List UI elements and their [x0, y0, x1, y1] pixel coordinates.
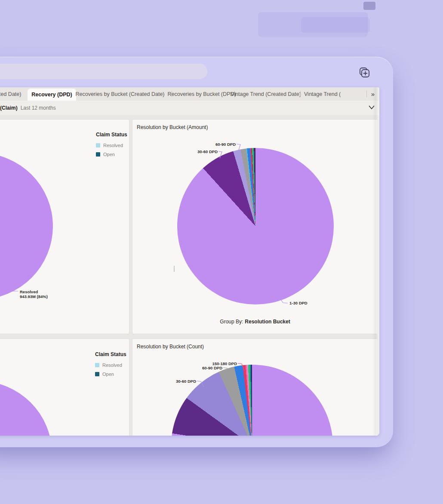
legend-label: Open: [102, 372, 114, 377]
new-tab-button[interactable]: [357, 66, 371, 80]
tab-vintage-trend-partial[interactable]: Vintage Trend (: [303, 87, 367, 101]
pie-resolution-bucket-count[interactable]: [171, 365, 333, 436]
legend-item-resolved[interactable]: Resolved: [95, 363, 126, 368]
tab-label: ted Date): [0, 91, 21, 97]
legend-item-resolved[interactable]: Resolved: [96, 143, 127, 148]
tab-recoveries-by-bucket-dpd[interactable]: Recoveries by Bucket (DPD): [174, 87, 229, 101]
tab-separator: [300, 91, 301, 97]
group-by-value: Resolution Bucket: [245, 319, 290, 325]
group-by-control[interactable]: Group By:Resolution Bucket: [132, 319, 378, 325]
legend-title: Claim Status: [96, 132, 127, 138]
panel-resolution-by-bucket-count: Resolution by Bucket (Count) 150-180 DPD…: [132, 338, 378, 436]
desktop-background: ted Date) Recovery (DPD) Recoveries by B…: [0, 0, 443, 504]
background-ghost-chip: [363, 2, 375, 10]
legend-item-open[interactable]: Open: [95, 372, 126, 377]
charts-area: Resolved 943.93M (84%) Claim Status Reso…: [0, 115, 379, 436]
callout-resolved: Resolved 943.93M (84%): [20, 289, 48, 299]
tab-separator: [366, 91, 367, 97]
tab-vintage-trend-created-date[interactable]: Vintage Trend (Created Date): [237, 87, 295, 101]
pie-claim-status-count[interactable]: [0, 381, 52, 436]
tab-label: Recovery (DPD): [31, 92, 72, 98]
tab-label: Vintage Trend (Created Date): [231, 91, 301, 97]
callout-60-90-dpd: 60-90 DPD: [184, 366, 222, 370]
callout-30-60-dpd: 30-60 DPD: [179, 149, 218, 154]
tab-recovery-dpd[interactable]: Recovery (DPD): [28, 89, 76, 101]
filter-collapse-button[interactable]: [368, 105, 375, 110]
legend-label: Resolved: [103, 143, 123, 148]
background-ghost-shape: [301, 17, 370, 33]
cursor-artifact: [174, 266, 175, 272]
filter-bar: (Claim) Last 12 months: [0, 101, 379, 115]
chart-title: Resolution by Bucket (Count): [137, 344, 204, 350]
pie-resolution-bucket-amount[interactable]: [177, 148, 334, 304]
tab-label: Recoveries by Bucket (Created Date): [75, 91, 164, 97]
legend-title: Claim Status: [95, 351, 126, 357]
callout-30-60-dpd: 30-60 DPD: [157, 379, 196, 384]
filter-range-label: Last 12 months: [21, 105, 56, 111]
sheet-tab-strip: ted Date) Recovery (DPD) Recoveries by B…: [0, 87, 379, 101]
chevron-double-right-icon: »: [371, 90, 375, 98]
panel-claim-status-amount: Resolved 943.93M (84%) Claim Status Reso…: [0, 119, 129, 334]
panel-claim-status-count: Claim Status Resolved Open: [0, 338, 129, 436]
legend-claim-status: Claim Status Resolved Open: [96, 132, 127, 161]
filter-sheet-label: (Claim): [0, 105, 18, 111]
group-by-label: Group By:: [220, 319, 243, 325]
search-input[interactable]: [0, 64, 207, 79]
legend-label: Open: [103, 152, 115, 157]
tab-label: Recoveries by Bucket (DPD): [167, 91, 236, 97]
legend-swatch-open: [95, 372, 99, 376]
callout-line2: 943.93M (84%): [20, 294, 48, 299]
new-tab-icon: [357, 66, 371, 80]
legend-swatch-resolved: [95, 363, 99, 367]
chevron-down-icon: [368, 105, 375, 110]
tab-label: Vintage Trend (: [304, 91, 341, 97]
legend-label: Resolved: [102, 363, 122, 368]
callout-60-90-dpd: 60-90 DPD: [197, 142, 236, 147]
tab-created-date-partial[interactable]: ted Date): [0, 87, 27, 101]
app-window: ted Date) Recovery (DPD) Recoveries by B…: [0, 57, 393, 447]
pie-claim-status-amount[interactable]: [0, 153, 53, 299]
callout-line1: Resolved: [20, 289, 48, 294]
legend-claim-status: Claim Status Resolved Open: [95, 351, 126, 381]
legend-swatch-resolved: [96, 143, 100, 148]
panel-resolution-by-bucket-amount: Resolution by Bucket (Amount) 60-90 DPD …: [132, 119, 378, 334]
legend-swatch-open: [96, 152, 100, 157]
dashboard-sheet: ted Date) Recovery (DPD) Recoveries by B…: [0, 87, 379, 436]
legend-item-open[interactable]: Open: [96, 152, 127, 157]
tab-recoveries-by-bucket-created-date[interactable]: Recoveries by Bucket (Created Date): [77, 87, 163, 101]
tab-overflow-button[interactable]: »: [367, 87, 378, 101]
chart-title: Resolution by Bucket (Amount): [137, 124, 208, 130]
callout-1-30-dpd: 1-30 DPD: [289, 301, 308, 305]
